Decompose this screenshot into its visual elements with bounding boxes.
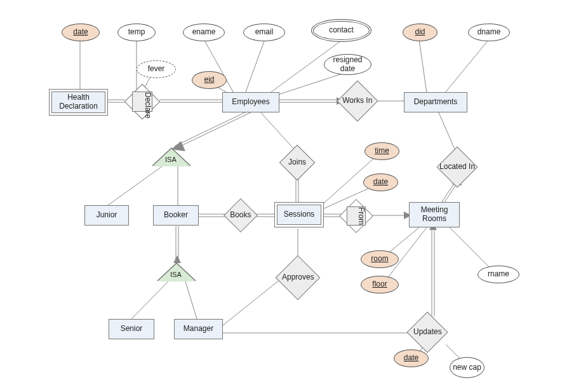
attr-room: room [361,250,399,268]
entity-manager: Manager [174,319,223,339]
connectors [0,0,588,392]
attr-healthdecl-date: date [62,24,100,41]
svg-line-48 [185,281,197,319]
svg-line-17 [444,39,489,93]
attr-derived-fever: fever [137,60,176,78]
attr-emp-contact-outer: contact [311,19,371,42]
entity-booker: Booker [153,205,199,226]
entity-employees: Employees [222,92,279,112]
attr-session-time: time [364,142,399,160]
attr-updates-newcap: new cap [450,357,484,378]
attr-emp-contact-inner: contact [313,21,370,40]
attr-updates-date: date [394,349,429,367]
svg-line-5 [244,39,265,95]
attr-dept-dname: dname [468,24,510,41]
attr-emp-eid: eid [192,71,227,89]
attr-dept-did: did [403,24,438,41]
svg-line-19 [177,111,253,148]
entity-junior: Junior [84,205,129,226]
svg-line-23 [258,109,297,152]
isa2-label: ISA [170,271,182,278]
entity-sessions: Sessions [274,202,324,227]
entity-senior: Senior [109,319,154,339]
svg-line-51 [220,280,280,328]
attr-healthdecl-temp: temp [117,24,156,41]
svg-line-47 [131,281,168,319]
svg-line-7 [276,72,346,95]
attr-emp-ename: ename [183,24,225,41]
entity-health-declaration: Health Declaration [49,89,108,116]
svg-line-16 [419,39,427,93]
attr-emp-email: email [243,24,285,41]
isa1-label: ISA [165,156,177,163]
svg-line-18 [175,109,251,146]
svg-line-21 [108,166,162,205]
attr-session-date: date [363,173,398,191]
attr-emp-resigned: resigned date [324,54,371,75]
entity-departments: Departments [404,92,467,112]
attr-floor: floor [361,276,399,294]
er-diagram: date temp fever ename eid email contact … [0,0,588,392]
entity-meeting-rooms: Meeting Rooms [409,202,460,227]
attr-rname: rname [478,266,519,283]
